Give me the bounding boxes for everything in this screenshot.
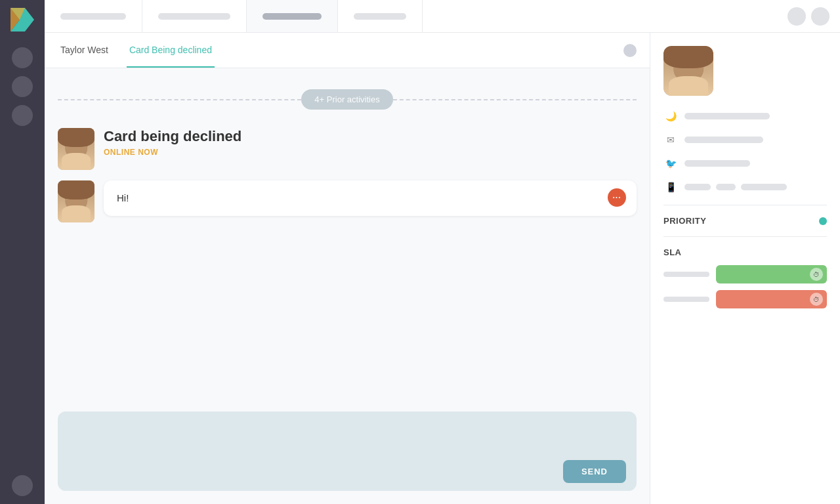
tab-subject[interactable]: Card Being declined — [127, 33, 215, 68]
chat-bubble-1: Hi! ··· — [104, 180, 637, 216]
sla-label-bar-2 — [663, 297, 709, 302]
more-button[interactable]: ··· — [608, 188, 626, 207]
send-button[interactable]: SEND — [563, 460, 626, 483]
nav-tab-4[interactable] — [338, 0, 423, 32]
contact-avatar-face — [663, 46, 713, 96]
contact-info-row-4: 📱 — [663, 180, 827, 194]
contact-phone-p2 — [716, 184, 736, 190]
chat-bubble-actions: ··· — [608, 188, 626, 207]
sender-avatar-1 — [58, 128, 94, 170]
contact-info-placeholder-3 — [684, 160, 750, 167]
sidebar-item-2[interactable] — [12, 76, 33, 97]
sla-section-label: SLA — [663, 247, 827, 257]
contact-info-row-1: 🌙 — [663, 109, 827, 123]
sla-progress-red: ⏱ — [716, 290, 827, 308]
message-item-1: Card being declined ONLINE NOW — [58, 128, 637, 170]
contact-phone-p1 — [684, 184, 711, 190]
avatar-hair-2 — [58, 180, 94, 200]
sla-clock-icon-1: ⏱ — [810, 268, 823, 281]
avatar-face-2 — [58, 180, 94, 222]
message-title-1: Card being declined — [104, 128, 637, 145]
user-avatar-small[interactable] — [788, 7, 806, 26]
message-status-1: ONLINE NOW — [104, 148, 637, 157]
reply-footer: SEND — [68, 460, 626, 483]
avatar-hair-1 — [58, 128, 94, 147]
contact-info-row-3: 🐦 — [663, 156, 827, 171]
nav-tab-1-placeholder — [60, 13, 126, 20]
prior-activities-line-right — [393, 99, 637, 100]
contact-info-placeholder-2 — [684, 136, 763, 143]
conversation-panel: Taylor West Card Being declined 4+ Prior… — [45, 33, 650, 504]
nav-tab-1[interactable] — [45, 0, 142, 32]
conversation-header: Taylor West Card Being declined — [45, 33, 650, 68]
sla-row-2: ⏱ — [663, 290, 827, 308]
chat-bubble-text-1: Hi! — [117, 192, 129, 203]
contact-info-placeholder-1 — [684, 113, 770, 119]
reply-input[interactable] — [68, 422, 626, 455]
nav-tab-4-placeholder — [354, 13, 406, 20]
sla-section: ⏱ ⏱ — [663, 265, 827, 308]
nav-tab-2[interactable] — [142, 0, 247, 32]
prior-activities-row: 4+ Prior activities — [58, 89, 637, 110]
contact-phone-p3 — [741, 184, 787, 190]
nav-tab-3-placeholder — [262, 13, 322, 20]
priority-dot — [819, 217, 827, 225]
sender-avatar-2 — [58, 180, 94, 222]
divider-1 — [663, 205, 827, 205]
prior-activities-line-left — [58, 99, 301, 100]
moon-icon: 🌙 — [663, 109, 678, 123]
sidebar-bottom-item[interactable] — [12, 475, 33, 496]
user-avatar-small-2[interactable] — [811, 7, 830, 26]
twitter-icon: 🐦 — [663, 156, 678, 171]
phone-icon: 📱 — [663, 180, 678, 194]
divider-2 — [663, 236, 827, 237]
sla-row-1: ⏱ — [663, 265, 827, 284]
tab-person-name[interactable]: Taylor West — [58, 33, 111, 68]
main-content: Taylor West Card Being declined 4+ Prior… — [45, 0, 840, 504]
top-nav-right — [788, 7, 840, 26]
contact-phone-placeholders — [684, 184, 787, 190]
reply-box: SEND — [58, 411, 637, 491]
contact-avatar-hair — [663, 46, 713, 68]
conversation-status-indicator — [623, 44, 637, 57]
priority-section-label: PRIORITY — [663, 216, 827, 226]
message-body-1: Card being declined ONLINE NOW — [104, 128, 637, 157]
nav-tab-2-placeholder — [158, 13, 230, 20]
sidebar-item-1[interactable] — [12, 47, 33, 68]
nav-tab-3[interactable] — [247, 0, 338, 32]
sla-clock-icon-2: ⏱ — [810, 293, 823, 306]
app-logo[interactable] — [10, 8, 34, 32]
sla-progress-green: ⏱ — [716, 265, 827, 284]
message-item-2: Hi! ··· — [58, 180, 637, 222]
top-nav — [45, 0, 840, 33]
content-row: Taylor West Card Being declined 4+ Prior… — [45, 33, 840, 504]
sla-label-bar-1 — [663, 272, 709, 277]
contact-info-row-2: ✉ — [663, 133, 827, 147]
sla-label-text: SLA — [663, 247, 682, 257]
avatar-face-1 — [58, 128, 94, 170]
prior-activities-button[interactable]: 4+ Prior activities — [301, 89, 392, 110]
priority-label-text: PRIORITY — [663, 216, 706, 226]
sidebar — [0, 0, 45, 504]
contact-avatar-large — [663, 46, 713, 96]
sidebar-item-3[interactable] — [12, 105, 33, 126]
email-icon: ✉ — [663, 133, 678, 147]
right-panel: 🌙 ✉ 🐦 📱 PRIORIT — [650, 33, 840, 504]
messages-area: 4+ Prior activities Card being declined … — [45, 68, 650, 411]
